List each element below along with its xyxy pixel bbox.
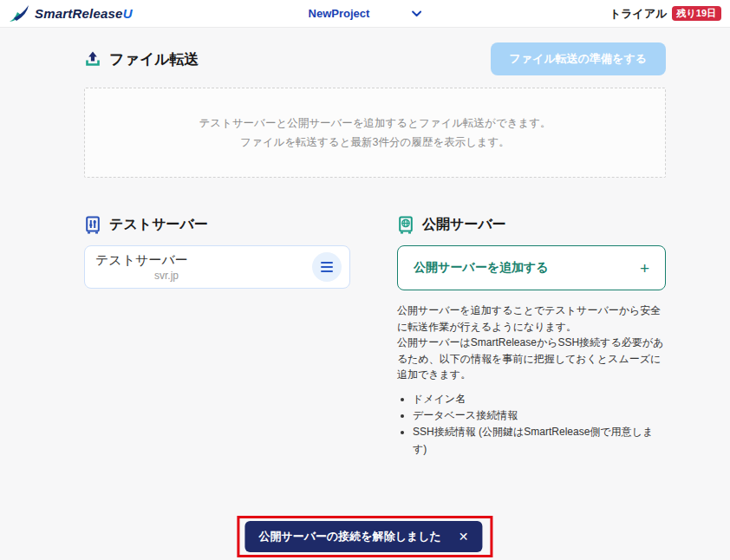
plus-icon: +: [640, 260, 649, 277]
trial-status: トライアル 残り19日: [609, 6, 721, 22]
test-server-domain: svr.jp: [95, 270, 188, 282]
test-server-section: テストサーバー テストサーバー svr.jp: [84, 212, 350, 458]
add-public-server-button[interactable]: 公開サーバーを追加する +: [397, 245, 666, 290]
trial-label: トライアル: [609, 6, 668, 22]
title-row: ファイル転送 ファイル転送の準備をする: [84, 44, 666, 74]
list-item: ドメイン名: [413, 391, 666, 407]
project-name: NewProject: [309, 7, 370, 20]
toast-close-button[interactable]: ✕: [459, 531, 469, 543]
main-content: ファイル転送 ファイル転送の準備をする テストサーバーと公開サーバーを追加すると…: [84, 44, 666, 458]
hamburger-icon: [321, 262, 333, 264]
required-info-list: ドメイン名 データベース接続情報 SSH接続情報 (公開鍵はSmartRelea…: [397, 391, 666, 458]
placeholder-line-1: テストサーバーと公開サーバーを追加するとファイル転送ができます。: [199, 116, 551, 131]
public-server-icon: [397, 216, 414, 234]
placeholder-line-2: ファイルを転送すると最新3件分の履歴を表示します。: [240, 135, 510, 150]
public-server-heading: 公開サーバー: [397, 212, 666, 237]
description-paragraph-1: 公開サーバーを追加することでテストサーバーから安全に転送作業が行えるようになりま…: [397, 303, 666, 335]
test-server-heading: テストサーバー: [84, 212, 350, 237]
chevron-down-icon: [411, 10, 421, 17]
add-public-server-label: 公開サーバーを追加する: [414, 260, 549, 276]
highlight-annotation: 公開サーバーの接続を解除しました ✕: [237, 516, 492, 557]
empty-history-placeholder: テストサーバーと公開サーバーを追加するとファイル転送ができます。 ファイルを転送…: [84, 88, 666, 178]
public-server-section: 公開サーバー 公開サーバーを追加する + 公開サーバーを追加することでテストサー…: [397, 212, 666, 458]
description-paragraph-2: 公開サーバーはSmartReleaseからSSH接続する必要があるため、以下の情…: [397, 335, 666, 383]
test-server-info: テストサーバー svr.jp: [95, 252, 188, 282]
app-header: SmartReleaseU NewProject トライアル 残り19日: [0, 0, 730, 28]
test-server-card: テストサーバー svr.jp: [84, 245, 350, 289]
public-server-title: 公開サーバー: [422, 216, 506, 234]
page-title: ファイル転送: [109, 49, 199, 69]
toast-message: 公開サーバーの接続を解除しました: [258, 529, 440, 544]
logo-text: SmartRelease: [35, 6, 123, 21]
server-columns: テストサーバー テストサーバー svr.jp: [84, 212, 666, 458]
test-server-menu-button[interactable]: [312, 252, 342, 282]
trial-days-badge: 残り19日: [672, 6, 722, 21]
test-server-icon: [84, 216, 101, 234]
logo-swoosh-icon: [9, 4, 31, 23]
toast-notification: 公開サーバーの接続を解除しました ✕: [244, 521, 482, 552]
test-server-title: テストサーバー: [109, 216, 208, 234]
prepare-transfer-button[interactable]: ファイル転送の準備をする: [491, 42, 666, 75]
app-logo[interactable]: SmartReleaseU: [9, 4, 132, 23]
project-selector[interactable]: NewProject: [309, 7, 422, 20]
list-item: データベース接続情報: [413, 407, 666, 424]
public-server-description: 公開サーバーを追加することでテストサーバーから安全に転送作業が行えるようになりま…: [397, 303, 666, 383]
list-item: SSH接続情報 (公開鍵はSmartRelease側で用意します): [413, 424, 666, 457]
test-server-name: テストサーバー: [95, 252, 188, 269]
logo-suffix: U: [123, 6, 133, 21]
logo-wordmark: SmartReleaseU: [35, 6, 132, 22]
file-transfer-upload-icon: [84, 50, 101, 68]
